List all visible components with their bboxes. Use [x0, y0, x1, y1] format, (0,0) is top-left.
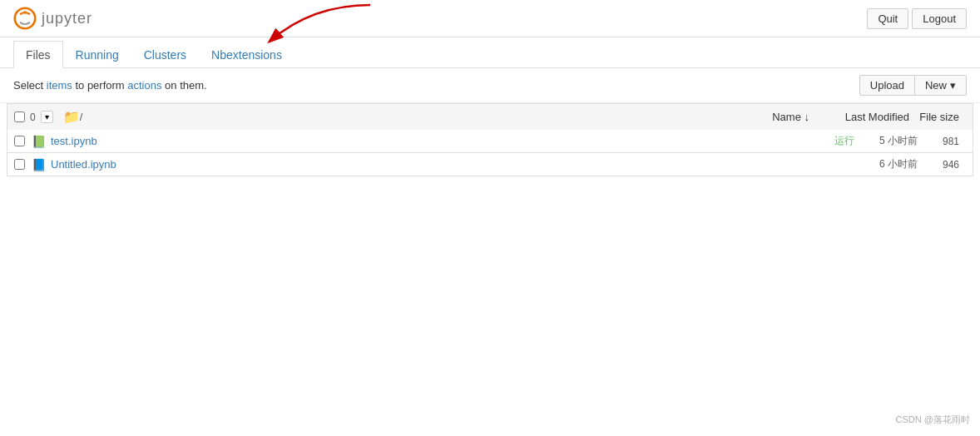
column-headers: Name ↓ Last Modified File size: [750, 111, 966, 123]
breadcrumb-path: /: [80, 111, 83, 123]
file-status: 运行: [834, 134, 854, 148]
toolbar-message: Select items to perform actions on them.: [13, 79, 207, 92]
file-meta: 6 小时前 946: [858, 157, 966, 171]
file-time: 5 小时前: [858, 134, 924, 148]
selected-count: 0: [27, 111, 39, 123]
new-button[interactable]: New ▾: [915, 75, 967, 96]
file-link[interactable]: Untitled.ipynb: [51, 158, 858, 171]
col-file-size-header: File size: [916, 111, 966, 123]
quit-button[interactable]: Quit: [867, 8, 908, 29]
select-all-checkbox[interactable]: [14, 111, 25, 122]
toolbar-message-items: items: [47, 79, 72, 92]
file-checkbox[interactable]: [14, 136, 25, 146]
new-button-label: New: [925, 79, 947, 92]
folder-icon: 📁: [63, 109, 80, 125]
logo-text: jupyter: [42, 10, 92, 27]
file-type-icon: 📘: [32, 158, 46, 171]
toolbar-right: Upload New ▾: [859, 75, 967, 96]
table-row: 📗 test.ipynb 运行 5 小时前 981: [7, 130, 973, 153]
file-type-icon: 📗: [32, 135, 46, 148]
toolbar-message-prefix: Select: [13, 79, 47, 92]
tab-nbextensions[interactable]: Nbextensions: [199, 41, 294, 68]
logo-area: jupyter: [13, 7, 92, 30]
new-dropdown-icon: ▾: [950, 79, 956, 92]
toolbar-message-actions: actions: [127, 79, 161, 92]
jupyter-logo-icon: [13, 7, 37, 30]
file-checkbox[interactable]: [14, 159, 25, 170]
svg-point-1: [23, 11, 27, 14]
file-time: 6 小时前: [858, 157, 924, 171]
toolbar: Select items to perform actions on them.…: [0, 68, 980, 103]
file-size: 981: [924, 136, 966, 147]
toolbar-message-suffix: on them.: [161, 79, 206, 92]
upload-button[interactable]: Upload: [859, 75, 915, 96]
header: jupyter Quit Logout: [0, 0, 980, 37]
col-name-header[interactable]: Name ↓: [750, 111, 816, 123]
file-list-container: 0 ▾ 📁 / Name ↓ Last Modified File size 📗…: [0, 103, 980, 176]
toolbar-message-action: to perform: [72, 79, 127, 92]
file-rows: 📗 test.ipynb 运行 5 小时前 981 📘 Untitled.ipy…: [7, 130, 973, 176]
file-list-header: 0 ▾ 📁 / Name ↓ Last Modified File size: [7, 103, 973, 130]
file-meta: 运行 5 小时前 981: [834, 134, 966, 148]
file-size: 946: [924, 159, 966, 171]
header-buttons: Quit Logout: [867, 8, 967, 29]
tab-files[interactable]: Files: [13, 41, 63, 68]
file-link[interactable]: test.ipynb: [51, 135, 834, 147]
select-all-area: 0 ▾: [14, 111, 53, 123]
select-dropdown-button[interactable]: ▾: [41, 111, 53, 123]
col-last-modified-header: Last Modified: [816, 111, 916, 123]
logout-button[interactable]: Logout: [912, 8, 967, 29]
tab-running[interactable]: Running: [63, 41, 131, 68]
table-row: 📘 Untitled.ipynb 6 小时前 946: [7, 153, 973, 176]
tab-clusters[interactable]: Clusters: [131, 41, 199, 68]
tabs: Files Running Clusters Nbextensions: [0, 41, 980, 68]
